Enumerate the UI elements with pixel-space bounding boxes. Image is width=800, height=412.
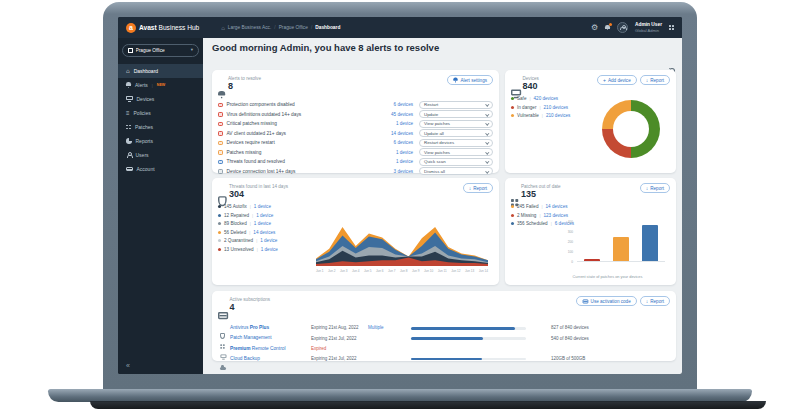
location-selector[interactable]: Prague Office ▾ <box>122 44 199 57</box>
report-button[interactable]: ↓Report <box>640 75 670 85</box>
alert-devices-link[interactable]: 1 device <box>396 150 413 155</box>
chevron-down-icon: ▾ <box>191 48 193 53</box>
report-button[interactable]: ↓Report <box>463 183 493 193</box>
alert-devices-link[interactable]: 6 devices <box>394 140 413 145</box>
legend-devices-link[interactable]: 210 devices <box>546 113 571 118</box>
legend-dot <box>511 97 514 100</box>
settings-gear-icon[interactable]: ⚙ <box>591 24 598 32</box>
legend-devices-link[interactable]: 1 device <box>260 238 277 243</box>
alert-action-select[interactable]: Update all <box>419 129 493 137</box>
subscription-expiry: Expiring 21st Aug, 2022 <box>311 325 359 330</box>
pie-chart-icon <box>126 138 132 144</box>
breadcrumb-level1[interactable]: Large Business Acc. <box>228 25 271 30</box>
sidebar-item-policies[interactable]: ≡ Policies <box>118 106 203 120</box>
legend-devices-link[interactable]: 14 devices <box>546 204 568 209</box>
chevron-down-icon <box>485 150 489 154</box>
report-button[interactable]: ↓Report <box>640 296 670 306</box>
multiple-link[interactable]: Multiple <box>368 325 384 330</box>
legend-item: 2 Quarantined|1 device <box>218 238 278 243</box>
legend-item: 13 Unresolved|1 device <box>218 247 278 252</box>
home-icon[interactable]: ⌂ <box>221 25 225 31</box>
alert-action-select[interactable]: View patches <box>419 148 493 156</box>
legend-dot <box>511 106 514 109</box>
subscription-name-link[interactable]: Premium Remote Control <box>230 346 285 351</box>
apps-grid-icon[interactable] <box>669 25 674 30</box>
sidebar-item-reports[interactable]: Reports <box>118 134 203 148</box>
alert-devices-link[interactable]: 6 devices <box>394 102 413 107</box>
user-role: Global Admin <box>635 28 662 33</box>
subscription-name-link[interactable]: Cloud Backup <box>230 356 260 361</box>
divider: | <box>539 105 540 110</box>
alert-action-select[interactable]: Quick scan <box>419 158 493 166</box>
legend-devices-link[interactable]: 420 devices <box>534 96 559 101</box>
patches-bar-chart <box>577 222 665 262</box>
legend-devices-link[interactable]: 210 devices <box>544 105 569 110</box>
legend-devices-link[interactable]: 1 device <box>256 213 273 218</box>
alert-row: Patches missing 1 device View patches <box>218 148 493 158</box>
notifications-bell-icon[interactable] <box>605 25 610 31</box>
alert-severity-icon <box>218 112 223 117</box>
subscription-row: Patch Management Expiring 21st Jul, 2022… <box>218 333 670 343</box>
alert-devices-link[interactable]: 3 devices <box>394 169 413 174</box>
report-button[interactable]: ↓Report <box>640 183 670 193</box>
subscription-row: Premium Remote Control Expired <box>218 344 670 354</box>
laptop-screen-bezel: a Avast Business Hub ⌂ Large Business Ac… <box>103 2 697 389</box>
alert-row: Virus definitions outdated 14+ days 45 d… <box>218 110 493 120</box>
download-icon: ↓ <box>646 78 649 83</box>
area-chart-x-labels: Jun 1Jun 2Jun 3Jun 4Jun 5Jun 6Jun 7Jun 8… <box>316 269 488 273</box>
alert-severity-icon <box>218 150 223 155</box>
legend-devices-link[interactable]: 1 device <box>254 221 271 226</box>
sidebar-item-users[interactable]: Users <box>118 148 203 162</box>
alert-action-select[interactable]: Update <box>419 110 493 118</box>
alert-devices-link[interactable]: 45 devices <box>391 112 413 117</box>
sidebar-item-label: Devices <box>137 96 155 102</box>
alert-severity-icon <box>218 131 223 136</box>
legend-devices-link[interactable]: 1 device <box>254 204 271 209</box>
subscription-name-link[interactable]: Antivirus Pro Plus <box>230 325 269 330</box>
sidebar-item-patches[interactable]: Patches <box>118 120 203 134</box>
alert-row: Protection components disabled 6 devices… <box>218 100 493 110</box>
app-header: a Avast Business Hub ⌂ Large Business Ac… <box>118 17 682 38</box>
subscription-name-link[interactable]: Patch Management <box>230 335 272 340</box>
sidebar-item-dashboard[interactable]: ⌂ Dashboard <box>118 64 203 78</box>
laptop-display: a Avast Business Hub ⌂ Large Business Ac… <box>118 17 682 374</box>
sidebar: Prague Office ▾ ⌂ Dashboard Alerts | NEW <box>118 38 203 374</box>
alert-action-select[interactable]: Restart devices <box>419 139 493 147</box>
divider: | <box>250 204 251 209</box>
alert-settings-button[interactable]: Alert settings <box>447 75 493 85</box>
sidebar-item-devices[interactable]: Devices <box>118 92 203 106</box>
use-activation-code-button[interactable]: Use activation code <box>576 296 637 306</box>
alert-devices-link[interactable]: 14 devices <box>391 131 413 136</box>
legend-dot <box>511 222 514 225</box>
legend-devices-link[interactable]: 14 devices <box>253 230 275 235</box>
chevron-down-icon <box>485 102 489 106</box>
alert-label: Threats found and resolved <box>227 159 285 164</box>
card-icon <box>583 299 588 303</box>
alert-action-select[interactable]: View patches <box>419 120 493 128</box>
sidebar-item-alerts[interactable]: Alerts | NEW <box>118 78 203 92</box>
alert-devices-link[interactable]: 1 device <box>396 159 413 164</box>
breadcrumb-level2[interactable]: Prague Office <box>279 25 308 30</box>
alert-action-select[interactable]: Restart <box>419 101 493 109</box>
sidebar-collapse-button[interactable]: « <box>126 362 130 369</box>
legend-devices-link[interactable]: 1 device <box>261 247 278 252</box>
page-title: Good morning Admin, you have 8 alerts to… <box>212 42 439 53</box>
location-label: Prague Office <box>136 48 165 53</box>
sidebar-item-label: Patches <box>135 124 153 130</box>
legend-item: Safe|420 devices <box>511 96 570 101</box>
add-device-button[interactable]: +Add device <box>597 75 637 85</box>
alert-label: Device connection lost 14+ days <box>227 169 296 174</box>
alert-action-select[interactable]: Dismiss all <box>419 167 493 175</box>
subscription-usage: 540 of 840 devices <box>551 336 589 341</box>
avatar[interactable] <box>617 22 628 33</box>
user-menu[interactable]: Admin User Global Admin <box>635 22 662 33</box>
sidebar-item-account[interactable]: Account <box>118 162 203 176</box>
avast-logo-icon: a <box>126 23 136 33</box>
legend-devices-link[interactable]: 123 devices <box>544 213 569 218</box>
building-icon <box>128 48 133 54</box>
legend-dot <box>218 214 221 217</box>
legend-item: 12 Repaired|1 device <box>218 213 278 218</box>
threats-count: 304 <box>229 190 288 200</box>
alert-label: Protection components disabled <box>227 102 295 107</box>
alert-devices-link[interactable]: 1 device <box>396 121 413 126</box>
